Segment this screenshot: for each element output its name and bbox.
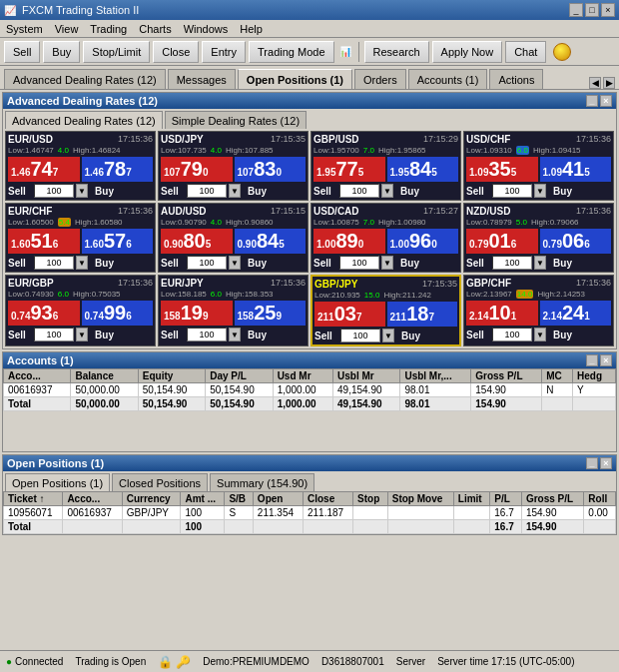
col-roll[interactable]: Roll <box>584 492 616 506</box>
rate-controls: Sell ▼ Buy <box>161 184 306 198</box>
panel-min-btn[interactable]: _ <box>586 457 598 469</box>
sell-qty-input[interactable] <box>34 256 74 270</box>
menu-help[interactable]: Help <box>238 23 265 35</box>
rate-cell-eurusd: EUR/USD 17:15:36 Low:1.467474.0High:1.46… <box>5 131 156 201</box>
maximize-button[interactable]: □ <box>585 3 599 17</box>
rate-cell-audusd: AUD/USD 17:15:15 Low:0.907904.0High:0.90… <box>158 203 309 273</box>
panel-min-btn[interactable]: _ <box>586 354 598 366</box>
sell-button[interactable]: Sell <box>4 41 40 63</box>
tab-left-btn[interactable]: ◀ <box>589 77 601 89</box>
qty-dropdown[interactable]: ▼ <box>381 184 393 198</box>
tab-advanced-dealing[interactable]: Advanced Dealing Rates (12) <box>4 69 166 89</box>
menu-windows[interactable]: Windows <box>182 23 231 35</box>
col-grosspl[interactable]: Gross P/L <box>521 492 583 506</box>
tab-closed-pos[interactable]: Closed Positions <box>112 473 208 491</box>
sell-qty-input[interactable] <box>492 256 532 270</box>
pair-label: USD/CHF <box>466 134 510 145</box>
col-stop[interactable]: Stop <box>353 492 388 506</box>
close-button[interactable]: × <box>601 3 615 17</box>
accounts-title: Accounts (1) <box>7 354 74 366</box>
chat-button[interactable]: Chat <box>505 41 546 63</box>
col-ticket[interactable]: Ticket ↑ <box>4 492 63 506</box>
col-close[interactable]: Close <box>303 492 352 506</box>
pair-label: NZD/USD <box>466 206 510 217</box>
rate-prices: 0.74 93 6 0.74 99 6 <box>8 301 153 326</box>
sell-price-box: 1.60 51 6 <box>8 229 80 254</box>
qty-dropdown[interactable]: ▼ <box>381 256 393 270</box>
sell-price-box: 158 19 9 <box>161 301 233 326</box>
rate-prices: 1.00 89 0 1.00 96 0 <box>313 229 458 254</box>
tab-open-pos[interactable]: Open Positions (1) <box>5 473 110 491</box>
sell-qty-input[interactable] <box>492 184 532 198</box>
panel-min-btn[interactable]: _ <box>586 95 598 107</box>
research-button[interactable]: Research <box>364 41 429 63</box>
qty-dropdown[interactable]: ▼ <box>382 329 394 342</box>
tab-right-btn[interactable]: ▶ <box>603 77 615 89</box>
rate-low-high: Low:158.1856.0High:158.353 <box>161 290 306 299</box>
col-mc: MC <box>542 369 573 383</box>
qty-dropdown[interactable]: ▼ <box>76 184 88 198</box>
subtab-simple[interactable]: Simple Dealing Rates (12) <box>165 111 307 129</box>
col-stopmove[interactable]: Stop Move <box>387 492 453 506</box>
menu-charts[interactable]: Charts <box>137 23 173 35</box>
qty-dropdown[interactable]: ▼ <box>534 256 546 270</box>
qty-dropdown[interactable]: ▼ <box>534 184 546 198</box>
col-sb[interactable]: S/B <box>225 492 253 506</box>
buy-price-box: 1.46 78 7 <box>82 157 154 182</box>
col-limit[interactable]: Limit <box>453 492 490 506</box>
server-time: Server time 17:15 (UTC-05:00) <box>437 656 574 667</box>
menu-system[interactable]: System <box>4 23 45 35</box>
qty-dropdown[interactable]: ▼ <box>76 328 88 341</box>
tab-orders[interactable]: Orders <box>354 69 406 89</box>
qty-dropdown[interactable]: ▼ <box>534 328 546 341</box>
trading-mode-button[interactable]: Trading Mode <box>249 41 333 63</box>
qty-dropdown[interactable]: ▼ <box>229 184 241 198</box>
sell-qty-input[interactable] <box>187 256 227 270</box>
menu-bar: System View Trading Charts Windows Help <box>0 20 619 38</box>
col-open[interactable]: Open <box>253 492 303 506</box>
qty-dropdown[interactable]: ▼ <box>76 256 88 270</box>
col-account: Acco... <box>4 369 71 383</box>
position-row: 10956071 00616937 GBP/JPY 100 S 211.354 … <box>4 506 616 520</box>
menu-trading[interactable]: Trading <box>88 23 129 35</box>
minimize-button[interactable]: _ <box>569 3 583 17</box>
qty-dropdown[interactable]: ▼ <box>229 328 241 341</box>
tab-messages[interactable]: Messages <box>168 69 236 89</box>
col-account[interactable]: Acco... <box>63 492 122 506</box>
sell-price-box: 2.14 10 1 <box>466 301 538 326</box>
tab-open-positions[interactable]: Open Positions (1) <box>238 69 352 89</box>
pair-label: GBP/CHF <box>466 278 511 289</box>
sell-qty-input[interactable] <box>339 256 379 270</box>
panel-close-btn[interactable]: × <box>600 457 612 469</box>
sell-qty-input[interactable] <box>34 184 74 198</box>
tab-summary[interactable]: Summary (154.90) <box>210 473 314 491</box>
panel-close-btn[interactable]: × <box>600 95 612 107</box>
tab-accounts[interactable]: Accounts (1) <box>408 69 488 89</box>
apply-now-button[interactable]: Apply Now <box>432 41 503 63</box>
sell-price-box: 0.90 80 5 <box>161 229 233 254</box>
entry-button[interactable]: Entry <box>202 41 246 63</box>
sell-qty-input[interactable] <box>187 328 227 341</box>
subtab-advanced[interactable]: Advanced Dealing Rates (12) <box>5 111 163 129</box>
sell-qty-input[interactable] <box>340 329 380 342</box>
menu-view[interactable]: View <box>53 23 81 35</box>
rate-controls: Sell ▼ Buy <box>8 256 153 270</box>
sell-qty-input[interactable] <box>187 184 227 198</box>
close-button[interactable]: Close <box>153 41 199 63</box>
stop-limit-button[interactable]: Stop/Limit <box>83 41 150 63</box>
buy-button[interactable]: Buy <box>43 41 80 63</box>
rate-controls: Sell ▼ Buy <box>313 184 458 198</box>
sell-qty-input[interactable] <box>339 184 379 198</box>
col-pl[interactable]: P/L <box>490 492 522 506</box>
rate-prices: 0.90 80 5 0.90 84 5 <box>161 229 306 254</box>
buy-price-box: 1.00 96 0 <box>387 229 459 254</box>
sell-qty-input[interactable] <box>34 328 74 341</box>
panel-close-btn[interactable]: × <box>600 354 612 366</box>
panel-controls: _ × <box>586 354 612 366</box>
qty-dropdown[interactable]: ▼ <box>229 256 241 270</box>
tab-actions[interactable]: Actions <box>489 69 543 89</box>
col-currency[interactable]: Currency <box>122 492 181 506</box>
sell-qty-input[interactable] <box>492 328 532 341</box>
col-amt[interactable]: Amt ... <box>181 492 225 506</box>
dealing-rates-title: Advanced Dealing Rates (12) <box>7 95 158 107</box>
